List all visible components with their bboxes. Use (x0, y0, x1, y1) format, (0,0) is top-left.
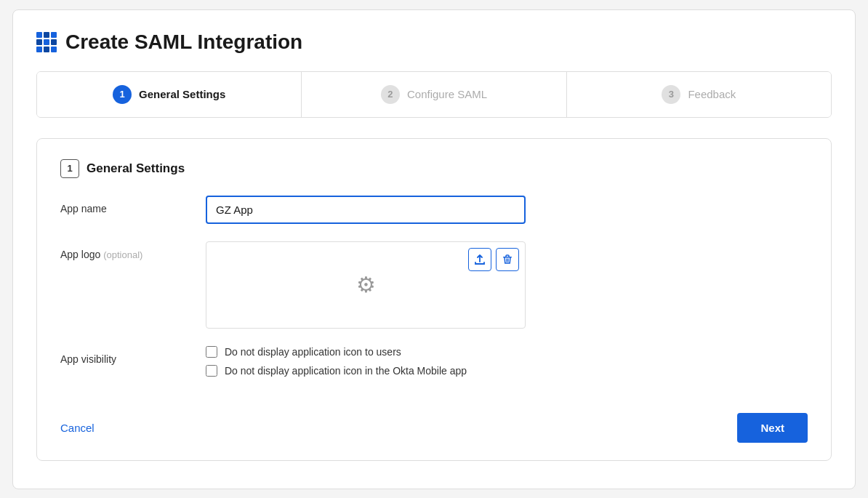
app-visibility-label: App visibility (60, 346, 206, 365)
app-visibility-control: Do not display application icon to users… (206, 346, 808, 384)
app-name-label: App name (60, 196, 206, 214)
checkbox-row-1: Do not display application icon to users (206, 346, 808, 358)
step-3-number: 3 (662, 85, 680, 104)
checkbox-row-2: Do not display application icon in the O… (206, 365, 808, 377)
checkbox-hide-mobile[interactable] (206, 365, 217, 377)
delete-button[interactable] (496, 248, 519, 271)
checkbox-1-label[interactable]: Do not display application icon to users (225, 346, 401, 358)
cancel-button[interactable]: Cancel (60, 422, 95, 434)
step-1-label: General Settings (139, 88, 225, 100)
step-3-label: Feedback (688, 88, 736, 100)
app-logo-control: ⚙ (206, 241, 808, 329)
form-card: 1 General Settings App name App logo (op… (36, 138, 832, 461)
upload-button[interactable] (468, 248, 491, 271)
step-2[interactable]: 2 Configure SAML (302, 72, 566, 117)
step-1-number: 1 (113, 85, 132, 104)
step-2-number: 2 (381, 85, 400, 104)
app-logo-optional: (optional) (103, 249, 142, 260)
app-name-control (206, 196, 808, 224)
next-button[interactable]: Next (737, 413, 808, 443)
app-name-row: App name (60, 196, 808, 224)
step-3[interactable]: 3 Feedback (567, 72, 831, 117)
step-2-label: Configure SAML (407, 88, 487, 100)
page-title: Create SAML Integration (65, 31, 302, 54)
grid-icon (36, 32, 57, 52)
page-container: Create SAML Integration 1 General Settin… (12, 9, 856, 489)
form-footer: Cancel Next (60, 401, 808, 443)
section-header: 1 General Settings (60, 159, 808, 178)
page-header: Create SAML Integration (36, 31, 832, 54)
logo-upload-area[interactable]: ⚙ (206, 241, 526, 329)
gear-icon: ⚙ (356, 272, 376, 297)
section-number: 1 (60, 159, 79, 178)
logo-actions (468, 248, 519, 271)
checkbox-2-label[interactable]: Do not display application icon in the O… (225, 365, 467, 377)
app-name-input[interactable] (206, 196, 526, 224)
checkbox-hide-users[interactable] (206, 346, 217, 358)
steps-bar: 1 General Settings 2 Configure SAML 3 Fe… (36, 71, 832, 118)
section-title: General Settings (87, 161, 185, 176)
step-1[interactable]: 1 General Settings (37, 72, 302, 117)
app-logo-row: App logo (optional) (60, 241, 808, 329)
app-visibility-row: App visibility Do not display applicatio… (60, 346, 808, 384)
app-logo-label: App logo (optional) (60, 241, 206, 260)
